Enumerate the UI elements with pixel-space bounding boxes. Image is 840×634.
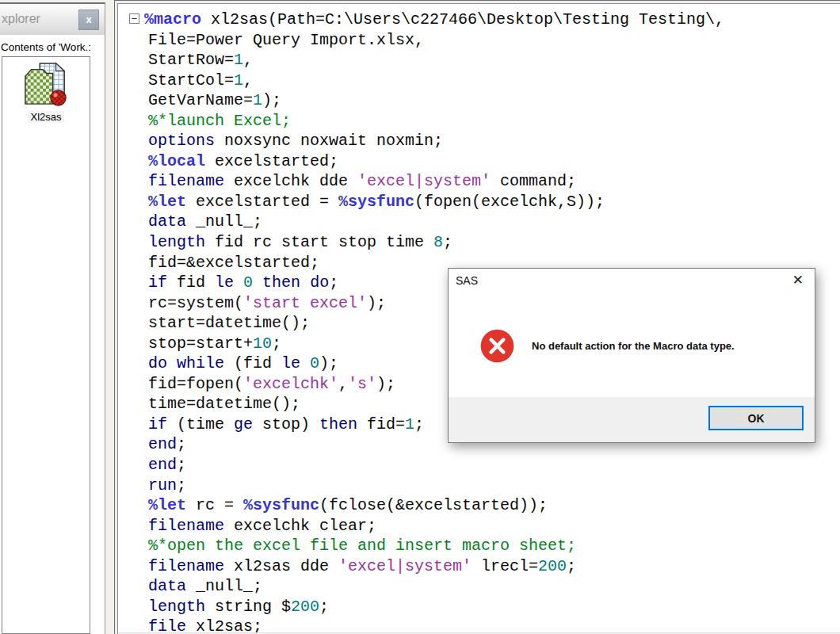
code-token-number: 1 xyxy=(234,51,243,69)
code-token-plain: ; xyxy=(272,334,281,353)
code-line: %*open the excel file and insert macro s… xyxy=(129,536,840,556)
code-token-plain: excelstarted; xyxy=(205,152,338,170)
code-token-plain: ; xyxy=(567,557,576,575)
code-token-number: 0 xyxy=(243,273,253,292)
code-token-plain: xl2sas; xyxy=(186,617,262,634)
code-token-plain: rc=system( xyxy=(148,294,243,312)
code-token-plain: stop) xyxy=(253,415,319,433)
code-token-plain xyxy=(300,354,310,372)
code-token-number: 200 xyxy=(291,598,319,616)
dialog-titlebar: SAS ✕ xyxy=(449,269,815,292)
code-token-keyword: filename xyxy=(148,557,224,575)
code-token-keyword: end xyxy=(148,456,177,474)
code-token-plain: File=Power Query Import.xlsx, xyxy=(148,31,424,49)
error-icon xyxy=(480,329,514,363)
code-token-plain: fid= xyxy=(357,415,405,433)
code-token-number: 0 xyxy=(310,354,319,372)
code-line: StartRow=1, xyxy=(129,50,840,71)
code-token-plain: ; xyxy=(329,273,338,292)
code-fold-icon[interactable]: − xyxy=(129,13,139,24)
code-token-keyword: while xyxy=(177,354,224,372)
code-token-macro: %macro xyxy=(144,10,201,29)
code-token-plain: (fid xyxy=(224,354,281,372)
code-line: end; xyxy=(129,455,840,476)
code-token-plain: (time xyxy=(167,415,234,433)
code-token-plain: fid rc start stop time xyxy=(205,233,433,251)
explorer-panel: xplorer x Contents of 'Work.: xyxy=(0,2,105,634)
code-token-plain: , xyxy=(243,71,253,90)
explorer-titlebar[interactable]: xplorer x xyxy=(0,4,105,35)
sas-application: { "colors": { "plain": "#0a0a0a", "keywo… xyxy=(0,0,840,634)
explorer-listbox[interactable]: Xl2sas xyxy=(2,56,90,634)
code-line: length string $200; xyxy=(129,597,840,617)
code-token-keyword: end xyxy=(148,435,177,453)
code-token-keyword: length xyxy=(148,598,205,616)
code-token-number: 1 xyxy=(405,415,414,433)
code-line: data _null_; xyxy=(129,576,840,597)
code-token-plain: ; xyxy=(319,598,329,616)
code-line: %let excelstarted = %sysfunc(fopen(excel… xyxy=(129,192,840,212)
code-token-plain: _null_; xyxy=(186,212,262,231)
code-line: data _null_; xyxy=(129,212,840,232)
code-token-plain: , xyxy=(338,375,348,393)
dialog-close-icon[interactable]: ✕ xyxy=(792,272,804,288)
code-token-plain: ); xyxy=(319,354,338,372)
code-token-plain: ; xyxy=(443,233,452,251)
code-token-keyword: ge xyxy=(234,415,253,433)
code-token-plain: noxsync noxwait noxmin; xyxy=(215,132,443,150)
code-line: %let rc = %sysfunc(fclose(&excelstarted)… xyxy=(129,495,840,516)
sas-message-dialog: SAS ✕ No default action for the Macro da… xyxy=(448,268,815,443)
code-token-plain: xl2sas(Path=C:\Users\c227466\Desktop\Tes… xyxy=(201,10,724,29)
code-token-plain: fid=fopen( xyxy=(148,375,243,393)
code-token-plain xyxy=(167,354,177,372)
code-token-plain: StartCol= xyxy=(148,71,234,90)
code-token-plain: ; xyxy=(177,435,186,453)
code-token-keyword: do xyxy=(148,354,167,372)
code-line: −%macro xl2sas(Path=C:\Users\c227466\Des… xyxy=(129,10,840,30)
code-token-macro: %sysfunc xyxy=(243,496,319,514)
code-line: options noxsync noxwait noxmin; xyxy=(129,131,840,151)
code-token-plain: string $ xyxy=(205,598,291,616)
code-token-plain: ; xyxy=(177,456,186,474)
code-token-plain xyxy=(253,273,262,292)
close-icon: x xyxy=(86,13,91,25)
code-token-string: 'excel|system' xyxy=(357,172,491,190)
code-token-plain: ; xyxy=(414,415,424,433)
explorer-item-label: Xl2sas xyxy=(28,111,63,123)
explorer-item-xl2sas[interactable]: Xl2sas xyxy=(2,61,90,123)
code-token-string: 'excelchk' xyxy=(243,375,338,393)
code-token-keyword: file xyxy=(148,617,186,634)
explorer-contents-header: Contents of 'Work.: xyxy=(1,41,105,53)
code-token-plain: excelchk clear; xyxy=(224,517,376,535)
code-token-plain xyxy=(234,273,243,292)
ok-button[interactable]: OK xyxy=(708,406,804,430)
code-token-plain: (fclose(&excelstarted)); xyxy=(319,496,548,514)
explorer-close-button[interactable]: x xyxy=(78,10,99,30)
code-token-keyword: le xyxy=(215,273,234,292)
code-token-plain: ); xyxy=(376,375,395,393)
code-line: filename xl2sas dde 'excel|system' lrecl… xyxy=(129,556,840,577)
code-token-keyword: do xyxy=(310,273,329,292)
code-token-number: 10 xyxy=(253,334,272,353)
code-token-macro: %let xyxy=(148,193,186,211)
code-token-plain xyxy=(300,273,310,292)
dialog-button-bar: OK xyxy=(449,397,815,442)
code-token-keyword: filename xyxy=(148,517,224,535)
code-token-plain: StartRow= xyxy=(148,51,234,69)
code-token-plain: ); xyxy=(367,294,386,312)
dialog-message: No default action for the Macro data typ… xyxy=(532,340,735,352)
code-line: filename excelchk dde 'excel|system' com… xyxy=(129,171,840,192)
code-token-number: 1 xyxy=(234,71,243,90)
code-token-plain: _null_; xyxy=(186,577,262,595)
explorer-title: xplorer xyxy=(2,12,40,26)
code-token-macro: %let xyxy=(148,496,186,514)
code-token-macro: %local xyxy=(148,152,205,170)
code-line: file xl2sas; xyxy=(129,617,840,634)
code-token-plain: xl2sas dde xyxy=(224,557,338,575)
code-token-plain: stop=start+ xyxy=(148,334,253,353)
code-token-keyword: if xyxy=(148,415,167,433)
code-token-plain: rc = xyxy=(186,496,243,514)
code-token-plain: excelstarted = xyxy=(186,193,338,211)
code-line: %*launch Excel; xyxy=(129,111,840,132)
code-token-keyword: run xyxy=(148,476,177,495)
